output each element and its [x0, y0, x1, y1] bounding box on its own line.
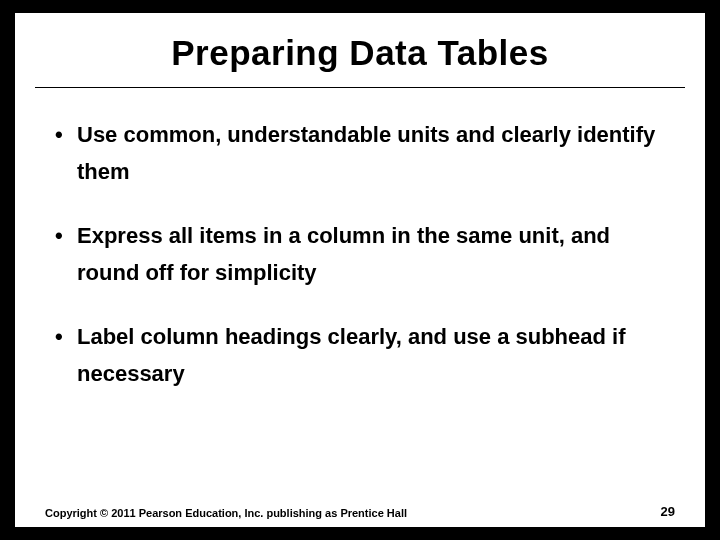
- copyright-text: Copyright © 2011 Pearson Education, Inc.…: [45, 507, 407, 519]
- slide-title: Preparing Data Tables: [35, 33, 685, 73]
- list-item: Label column headings clearly, and use a…: [49, 318, 671, 393]
- list-item: Express all items in a column in the sam…: [49, 217, 671, 292]
- content-area: Use common, understandable units and cle…: [15, 88, 705, 392]
- list-item: Use common, understandable units and cle…: [49, 116, 671, 191]
- page-number: 29: [661, 504, 675, 519]
- title-container: Preparing Data Tables: [35, 13, 685, 88]
- footer: Copyright © 2011 Pearson Education, Inc.…: [15, 504, 705, 519]
- slide: Preparing Data Tables Use common, unders…: [14, 12, 706, 528]
- bullet-list: Use common, understandable units and cle…: [49, 116, 671, 392]
